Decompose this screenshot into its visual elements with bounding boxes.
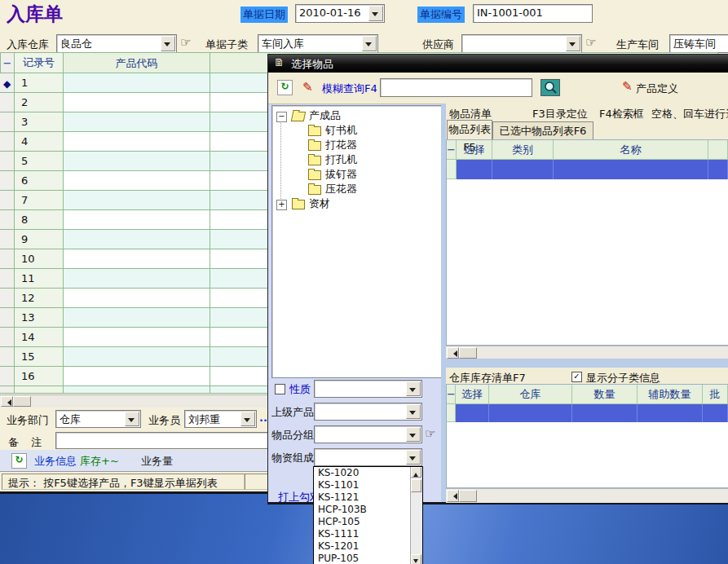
chevron-down-icon[interactable] <box>368 6 383 21</box>
nature-label: 性质 <box>289 382 311 397</box>
tab-items-f5[interactable]: 物品列表F5 <box>447 120 492 139</box>
nature-combobox[interactable] <box>314 380 422 398</box>
material-compose-dropdown-list[interactable]: KS-1020KS-1101KS-1121HCP-103BHCP-105KS-1… <box>313 466 423 564</box>
scroll-thumb[interactable] <box>459 347 477 359</box>
list-item[interactable]: KS-1101 <box>314 479 411 491</box>
col-qty: 数量 <box>572 385 638 404</box>
expand-icon[interactable]: + <box>276 200 287 210</box>
material-compose-combobox[interactable] <box>314 448 422 466</box>
items-hscrollbar[interactable] <box>446 346 728 359</box>
fuzzy-search-input[interactable] <box>380 78 532 97</box>
list-item[interactable]: HCP-103B <box>314 504 411 516</box>
list-item[interactable]: KS-1111 <box>314 528 411 540</box>
folder-icon <box>292 200 305 209</box>
chevron-down-icon[interactable] <box>406 381 421 396</box>
status-text: 提示： 按F5键选择产品，F3键显示单据列表 <box>8 476 218 491</box>
stock-hscrollbar[interactable] <box>446 488 728 503</box>
clerk-combobox[interactable]: 刘邦重 <box>184 410 257 428</box>
scroll-left-icon[interactable] <box>447 347 459 359</box>
nature-checkbox[interactable] <box>275 384 285 394</box>
tree-node-materials[interactable]: + 资材 <box>272 196 443 211</box>
supplier-combobox[interactable] <box>461 34 582 53</box>
chevron-down-icon[interactable] <box>406 427 421 442</box>
folder-icon <box>308 170 321 180</box>
items-pane: 物品清单 F3目录定位 F4检索框 空格、回车进行选 物品列表F5 已选中物品列… <box>446 104 728 502</box>
stock-link[interactable]: 库存+~ <box>80 454 119 469</box>
tree-node-child[interactable]: 钉书机 <box>272 123 443 138</box>
collapse-icon[interactable]: − <box>276 112 287 122</box>
subtype-label: 单据子类 <box>205 37 248 52</box>
picker-finger-icon[interactable]: ☞ <box>425 426 435 441</box>
item-group-combobox[interactable] <box>314 425 422 443</box>
doc-no-label: 单据编号 <box>417 7 465 23</box>
scroll-left-icon[interactable] <box>447 490 459 502</box>
picker-finger-icon[interactable]: ☞ <box>585 35 596 50</box>
horizontal-splitter[interactable] <box>446 359 728 368</box>
subtype-combobox[interactable]: 车间入库 <box>258 34 378 53</box>
grid-col-record: 记录号 <box>15 52 64 73</box>
select-items-dialog: 🗎 选择物品 ↻ ✎ 模糊查询F4 ✎ 产品定义 − 产成品 <box>267 54 728 505</box>
doc-date-combobox[interactable]: 2010-01-16 <box>295 4 385 23</box>
doc-no-input[interactable]: IN-1001-001 <box>473 4 593 23</box>
parent-product-combobox[interactable] <box>314 403 422 421</box>
tree-node-root[interactable]: − 产成品 <box>272 108 443 123</box>
chevron-down-icon[interactable] <box>566 36 580 51</box>
fuzzy-search-link[interactable]: 模糊查询F4 <box>322 82 377 96</box>
chevron-down-icon[interactable] <box>362 36 377 51</box>
col-name: 名称 <box>554 140 708 160</box>
dialog-icon: 🗎 <box>274 56 285 68</box>
folder-icon <box>308 185 321 195</box>
dialog-titlebar[interactable]: 🗎 选择物品 <box>268 55 728 73</box>
col-extra <box>708 140 728 160</box>
items-table: − 选择 类别 名称 <box>446 139 728 346</box>
selected-stock-row[interactable] <box>447 404 728 422</box>
category-tree: − 产成品 钉书机 打花器 打孔机 拔钉器 <box>271 105 443 378</box>
grid-corner-cell: − <box>0 52 15 73</box>
corner-cell: − <box>447 140 457 160</box>
subclass-checkbox[interactable]: ✓ <box>571 372 582 382</box>
chevron-down-icon[interactable] <box>125 412 139 426</box>
selected-item-row[interactable] <box>447 160 728 179</box>
chevron-down-icon[interactable] <box>406 450 421 465</box>
list-item[interactable]: KS-1201 <box>314 540 411 553</box>
scroll-thumb[interactable] <box>13 396 31 407</box>
stock-table-header: − 选择 仓库 数量 辅助数量 批 <box>447 385 728 404</box>
search-magnifier-icon[interactable] <box>540 79 560 96</box>
list-item[interactable]: KS-1020 <box>314 467 411 479</box>
dept-combobox[interactable]: 仓库 <box>55 410 141 428</box>
list-item[interactable]: KS-1121 <box>314 491 411 504</box>
chevron-down-icon[interactable] <box>406 404 421 419</box>
scroll-up-icon[interactable] <box>411 467 421 478</box>
scroll-thumb[interactable] <box>411 479 421 492</box>
current-row-marker: ◆ <box>3 78 11 90</box>
list-item[interactable]: HCP-105 <box>314 516 411 528</box>
dialog-title: 选择物品 <box>291 57 333 72</box>
dropdown-scrollbar[interactable] <box>410 467 422 564</box>
tab-selected-f6[interactable]: 已选中物品列表F6 <box>492 121 593 139</box>
page-title: 入库单 <box>7 2 63 27</box>
list-item[interactable]: PUP-105 <box>314 553 411 564</box>
refresh-icon[interactable]: ↻ <box>277 80 293 95</box>
col-select: 选择 <box>456 385 489 404</box>
pen-icon[interactable]: ✎ <box>302 80 313 95</box>
picker-finger-icon[interactable]: ☞ <box>180 35 191 50</box>
tree-node-child[interactable]: 压花器 <box>272 182 443 196</box>
col-warehouse: 仓库 <box>489 385 572 404</box>
workshop-input[interactable]: 压铸车间 <box>669 34 728 53</box>
business-info-link[interactable]: 业务信息 <box>34 454 77 469</box>
tree-node-child[interactable]: 拔钉器 <box>272 167 443 182</box>
scroll-thumb[interactable] <box>459 490 477 502</box>
scroll-down-icon[interactable] <box>411 554 421 564</box>
tree-node-child[interactable]: 打花器 <box>272 138 443 152</box>
parent-product-label: 上级产品 <box>271 405 314 420</box>
col-category: 类别 <box>492 140 554 160</box>
chevron-down-icon[interactable] <box>161 36 175 51</box>
product-define-link[interactable]: 产品定义 <box>636 82 678 96</box>
remark-input[interactable] <box>55 432 271 449</box>
chevron-down-icon[interactable] <box>240 412 255 426</box>
scroll-left-icon[interactable] <box>1 396 13 407</box>
col-batch: 批 <box>703 385 728 404</box>
refresh-icon[interactable]: ↻ <box>11 453 27 469</box>
tree-node-child[interactable]: 打孔机 <box>272 152 443 167</box>
warehouse-combobox[interactable]: 良品仓 <box>56 34 177 53</box>
